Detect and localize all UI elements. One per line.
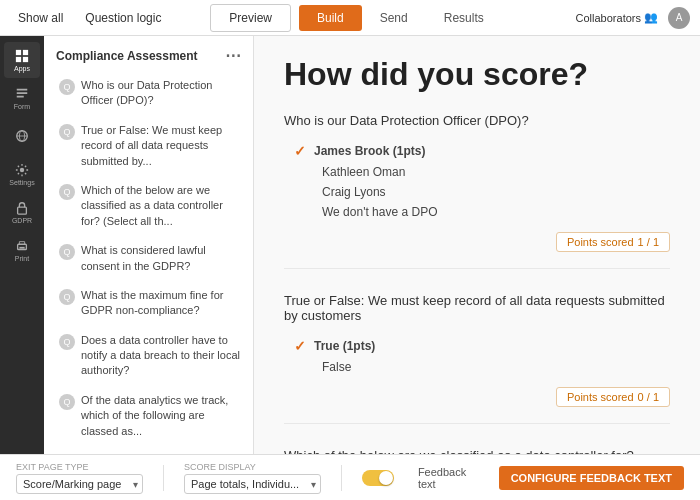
answer-1-2-text: Kathleen Oman <box>322 165 405 179</box>
sidebar-title: Compliance Assessment <box>56 49 198 63</box>
question-2-text: True or False: We must keep record of al… <box>284 293 670 323</box>
answer-2-1: ✓ True (1pts) <box>294 335 660 357</box>
q8-text: How long can businesses hold digital ana… <box>81 453 241 454</box>
gdpr-icon <box>15 201 29 215</box>
show-all-button[interactable]: Show all <box>10 7 71 29</box>
collaborators-icon: 👥 <box>644 11 658 24</box>
q3-text: Which of the below are we classified as … <box>81 183 241 229</box>
svg-rect-13 <box>19 246 24 248</box>
icon-bar-form[interactable]: Form <box>4 80 40 116</box>
question-3-text: Which of the below are we classified as … <box>284 448 670 454</box>
answer-1-2: Kathleen Oman <box>294 162 660 182</box>
icon-bar-apps[interactable]: Apps <box>4 42 40 78</box>
tab-send[interactable]: Send <box>362 5 426 31</box>
sidebar-options-button[interactable]: ⋯ <box>225 46 241 65</box>
score-display-select[interactable]: Page totals, Individu... <box>184 474 321 494</box>
sidebar-item-q5[interactable]: Q What is the maximum fine for GDPR non-… <box>44 281 253 326</box>
icon-bar-gdpr[interactable]: GDPR <box>4 194 40 230</box>
page-title: How did you score? <box>284 56 670 93</box>
question-block-3: Which of the below are we classified as … <box>284 448 670 454</box>
checkmark-1-1: ✓ <box>294 143 306 159</box>
exit-page-type-field: Exit page type Score/Marking page <box>16 462 143 494</box>
nav-right: Collaborators 👥 A <box>576 7 690 29</box>
q2-text: True or False: We must keep record of al… <box>81 123 241 169</box>
q7-text: Of the data analytics we track, which of… <box>81 393 241 439</box>
icon-bar-gdpr-label: GDPR <box>12 217 32 224</box>
bottom-bar: Exit page type Score/Marking page Score … <box>0 454 700 500</box>
checkmark-2-1: ✓ <box>294 338 306 354</box>
sidebar-item-q2[interactable]: Q True or False: We must keep record of … <box>44 116 253 176</box>
user-avatar[interactable]: A <box>668 7 690 29</box>
icon-bar-apps-label: Apps <box>14 65 30 72</box>
question-1-text: Who is our Data Protection Officer (DPO)… <box>284 113 670 128</box>
feedback-text-label: Feedback text <box>418 466 483 490</box>
feedback-text-toggle[interactable] <box>362 470 394 486</box>
collaborators-button[interactable]: Collaborators 👥 <box>576 11 658 24</box>
answer-1-1-text: James Brook (1pts) <box>314 144 425 158</box>
q4-text: What is considered lawful consent in the… <box>81 243 241 274</box>
collaborators-label: Collaborators <box>576 12 641 24</box>
points-row-2: Points scored 0 / 1 <box>284 387 670 407</box>
points-value-2: 0 / 1 <box>638 391 659 403</box>
points-badge-1: Points scored 1 / 1 <box>556 232 670 252</box>
exit-page-type-label: Exit page type <box>16 462 143 472</box>
answer-2-2: False <box>294 357 660 377</box>
svg-rect-4 <box>17 88 28 90</box>
answer-2-2-text: False <box>322 360 351 374</box>
sidebar-header: Compliance Assessment ⋯ <box>44 36 253 71</box>
sidebar-item-q8[interactable]: Q How long can businesses hold digital a… <box>44 446 253 454</box>
divider-2 <box>341 465 342 491</box>
sidebar: Compliance Assessment ⋯ Q Who is our Dat… <box>44 36 254 454</box>
question-block-1: Who is our Data Protection Officer (DPO)… <box>284 113 670 269</box>
icon-bar: Apps Form Settings GDPR Print <box>0 36 44 454</box>
grid-icon <box>15 49 29 63</box>
sidebar-item-q4[interactable]: Q What is considered lawful consent in t… <box>44 236 253 281</box>
answer-1-3: Craig Lyons <box>294 182 660 202</box>
points-badge-2: Points scored 0 / 1 <box>556 387 670 407</box>
sidebar-item-q3[interactable]: Q Which of the below are we classified a… <box>44 176 253 236</box>
form-icon <box>15 87 29 101</box>
main-layout: Apps Form Settings GDPR Print Compliance… <box>0 36 700 454</box>
top-nav: Show all Question logic Preview Build Se… <box>0 0 700 36</box>
configure-feedback-button[interactable]: CONFIGURE FEEDBACK TEXT <box>499 466 684 490</box>
print-icon <box>15 239 29 253</box>
tab-preview[interactable]: Preview <box>210 4 291 32</box>
nav-tabs: Preview Build Send Results <box>210 4 501 32</box>
answer-1-4: We don't have a DPO <box>294 202 660 222</box>
question-block-2: True or False: We must keep record of al… <box>284 293 670 424</box>
tab-results[interactable]: Results <box>426 5 502 31</box>
score-display-field: Score display Page totals, Individu... <box>184 462 321 494</box>
nav-left: Show all Question logic <box>10 7 169 29</box>
points-label-2: Points scored <box>567 391 634 403</box>
q4-icon: Q <box>59 244 75 260</box>
q6-icon: Q <box>59 334 75 350</box>
icon-bar-settings[interactable]: Settings <box>4 156 40 192</box>
answer-list-2: ✓ True (1pts) False <box>284 335 670 377</box>
q6-text: Does a data controller have to notify a … <box>81 333 241 379</box>
exit-page-type-select[interactable]: Score/Marking page <box>16 474 143 494</box>
q7-icon: Q <box>59 394 75 410</box>
icon-bar-globe[interactable] <box>4 118 40 154</box>
score-display-wrapper: Page totals, Individu... <box>184 474 321 494</box>
answer-1-1: ✓ James Brook (1pts) <box>294 140 660 162</box>
icon-bar-form-label: Form <box>14 103 30 110</box>
sidebar-item-q1[interactable]: Q Who is our Data Protection Officer (DP… <box>44 71 253 116</box>
gear-icon <box>15 163 29 177</box>
q5-text: What is the maximum fine for GDPR non-co… <box>81 288 241 319</box>
svg-rect-0 <box>16 49 21 54</box>
svg-rect-11 <box>18 207 27 214</box>
sidebar-item-q7[interactable]: Q Of the data analytics we track, which … <box>44 386 253 446</box>
sidebar-item-q6[interactable]: Q Does a data controller have to notify … <box>44 326 253 386</box>
icon-bar-print-label: Print <box>15 255 29 262</box>
points-label-1: Points scored <box>567 236 634 248</box>
question-logic-button[interactable]: Question logic <box>77 7 169 29</box>
icon-bar-print[interactable]: Print <box>4 232 40 268</box>
answer-list-1: ✓ James Brook (1pts) Kathleen Oman Craig… <box>284 140 670 222</box>
points-value-1: 1 / 1 <box>638 236 659 248</box>
tab-build[interactable]: Build <box>299 5 362 31</box>
globe-icon <box>15 129 29 143</box>
svg-point-10 <box>20 167 24 171</box>
exit-page-type-wrapper: Score/Marking page <box>16 474 143 494</box>
content-area: How did you score? Who is our Data Prote… <box>254 36 700 454</box>
q5-icon: Q <box>59 289 75 305</box>
